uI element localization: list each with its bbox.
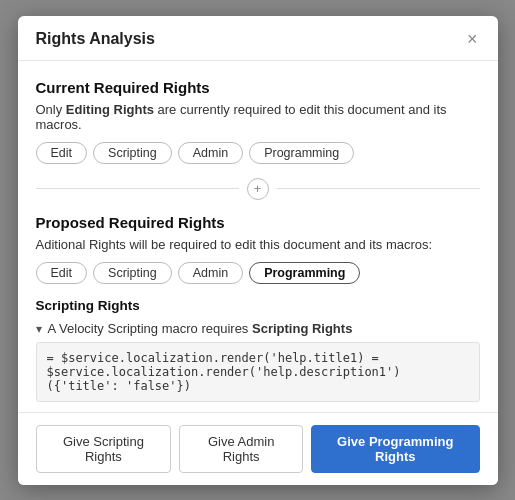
desc-prefix: Only [36, 102, 66, 117]
pill-edit-current: Edit [36, 142, 88, 164]
close-button[interactable]: × [465, 30, 480, 48]
pill-edit-proposed: Edit [36, 262, 88, 284]
scripting-bold: Scripting Rights [252, 321, 352, 336]
modal: Rights Analysis × Current Required Right… [18, 16, 498, 485]
divider-line-right [277, 188, 480, 189]
give-admin-rights-button[interactable]: Give Admin Rights [179, 425, 303, 473]
proposed-rights-desc: Aditional Rights will be required to edi… [36, 237, 480, 252]
divider: + [36, 178, 480, 200]
proposed-rights-title: Proposed Required Rights [36, 214, 480, 231]
give-scripting-rights-button[interactable]: Give Scripting Rights [36, 425, 172, 473]
scripting-prefix: A Velocity Scripting macro requires [48, 321, 252, 336]
modal-body: Current Required Rights Only Editing Rig… [18, 61, 498, 412]
modal-header: Rights Analysis × [18, 16, 498, 61]
current-rights-section: Current Required Rights Only Editing Rig… [36, 79, 480, 164]
divider-icon: + [247, 178, 269, 200]
scripting-code: = $service.localization.render('help.tit… [36, 342, 480, 402]
scripting-rights-title: Scripting Rights [36, 298, 480, 313]
arrow-icon: ▾ [36, 322, 42, 336]
scripting-row: ▾ A Velocity Scripting macro requires Sc… [36, 321, 480, 336]
desc-bold: Editing Rights [66, 102, 154, 117]
pill-programming-current: Programming [249, 142, 354, 164]
current-pills: Edit Scripting Admin Programming [36, 142, 480, 164]
current-rights-desc: Only Editing Rights are currently requir… [36, 102, 480, 132]
pill-scripting-proposed: Scripting [93, 262, 172, 284]
current-rights-title: Current Required Rights [36, 79, 480, 96]
pill-admin-proposed: Admin [178, 262, 243, 284]
modal-title: Rights Analysis [36, 30, 155, 48]
modal-overlay: Rights Analysis × Current Required Right… [0, 0, 515, 500]
pill-admin-current: Admin [178, 142, 243, 164]
pill-scripting-current: Scripting [93, 142, 172, 164]
pill-programming-proposed: Programming [249, 262, 360, 284]
proposed-pills: Edit Scripting Admin Programming [36, 262, 480, 284]
scripting-detail: ▾ A Velocity Scripting macro requires Sc… [36, 321, 480, 402]
give-programming-rights-button[interactable]: Give Programming Rights [311, 425, 480, 473]
scripting-rights-section: Scripting Rights ▾ A Velocity Scripting … [36, 298, 480, 402]
scripting-desc: A Velocity Scripting macro requires Scri… [48, 321, 353, 336]
modal-footer: Give Scripting Rights Give Admin Rights … [18, 412, 498, 485]
divider-line-left [36, 188, 239, 189]
proposed-rights-section: Proposed Required Rights Aditional Right… [36, 214, 480, 284]
